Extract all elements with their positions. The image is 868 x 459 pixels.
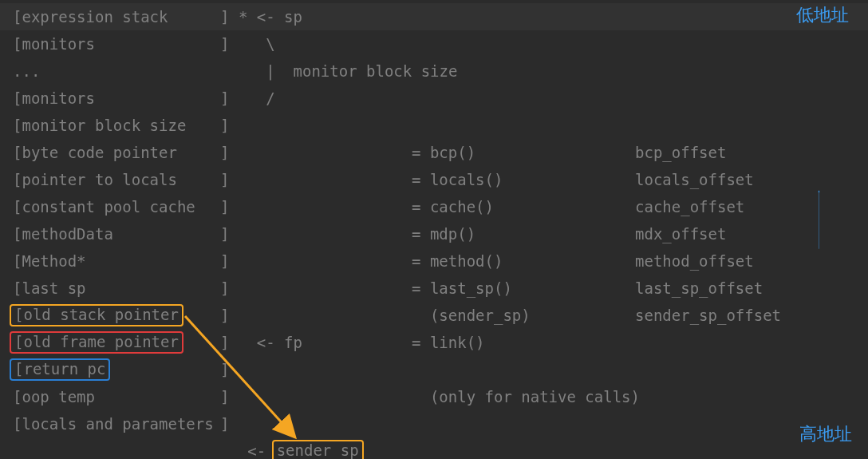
stack-row: [constant pool cache]= cache()cache_offs… [0,193,868,220]
stack-row: [locals and parameters] [0,410,868,437]
stack-bracket: ] [220,279,412,297]
stack-accessor: = last_sp() [412,279,635,297]
stack-offset: last_sp_offset [635,279,868,297]
sender-sp-line: <- sender_sp [0,437,868,459]
stack-row: [methodData]= mdp()mdx_offset [0,220,868,247]
stack-accessor: (sender_sp) [412,307,635,324]
stack-offset: method_offset [635,252,868,270]
stack-offset: locals_offset [635,171,868,188]
stack-row: [monitors] \ [0,30,868,57]
stack-field-name: [monitors [13,35,220,53]
stack-row: [old stack pointer] (sender_sp)sender_sp… [0,302,868,329]
stack-row: [expression stack] * <- sp [0,3,868,30]
highlighted-field: [old stack pointer [10,304,183,326]
stack-bracket: ] [220,415,412,433]
stack-field-name: [pointer to locals [13,171,220,188]
stack-row: [monitor block size] [0,112,868,139]
stack-field-name: [old stack pointer [13,304,220,326]
stack-bracket: ] / [220,89,412,107]
stack-row: [monitors] / [0,85,868,112]
stack-frame-diagram: [expression stack] * <- sp[monitors] \..… [0,3,868,437]
highlighted-field: [old frame pointer [10,331,183,354]
stack-field-name: [constant pool cache [13,198,220,216]
stack-bracket: ] * <- sp [220,8,412,26]
sender-sp-box: sender_sp [272,440,364,459]
stack-bracket: ] <- fp [220,334,412,351]
stack-bracket: ] [220,225,412,243]
stack-field-name: [Method* [13,252,220,270]
stack-bracket: ] [220,361,412,378]
stack-row: [oop temp] (only for native calls) [0,383,868,410]
stack-bracket: ] [220,144,412,161]
stack-bracket: ] [220,307,412,324]
stack-field-name: [methodData [13,225,220,243]
stack-accessor: = cache() [412,198,635,216]
stack-field-name: [return pc [13,358,220,381]
stack-row: [Method*]= method()method_offset [0,247,868,275]
stack-accessor: = link() [412,334,635,351]
stack-offset: sender_sp_offset [635,307,868,324]
stack-offset: mdx_offset [635,225,868,243]
stack-field-name: [old frame pointer [13,331,220,354]
stack-accessor: = locals() [412,171,635,188]
address-direction-arrow [818,24,820,415]
stack-bracket: ] [220,198,412,216]
svg-marker-1 [818,190,819,192]
stack-row: [old frame pointer] <- fp= link() [0,329,868,356]
stack-field-name: [monitors [13,89,220,107]
stack-bracket: ] [220,117,412,134]
stack-field-name: [oop temp [13,388,220,406]
stack-bracket: ] [220,171,412,188]
stack-field-name: ... [13,62,220,80]
stack-field-name: [locals and parameters [13,415,220,433]
stack-field-name: [monitor block size [13,117,220,134]
highlighted-field: [return pc [10,358,110,381]
high-address-label: 高地址 [799,422,852,446]
stack-row: [pointer to locals]= locals()locals_offs… [0,166,868,193]
low-address-label: 低地址 [796,3,849,27]
stack-row: [return pc] [0,356,868,383]
stack-bracket: ] [220,388,412,406]
stack-row: [last sp]= last_sp()last_sp_offset [0,275,868,302]
stack-row: ... | monitor block size [0,57,868,85]
stack-accessor: = bcp() [412,144,635,161]
stack-accessor: = method() [412,252,635,270]
stack-field-name: [byte code pointer [13,144,220,161]
stack-accessor: = mdp() [412,225,635,243]
stack-accessor: (only for native calls) [412,388,635,406]
stack-offset: bcp_offset [635,144,868,161]
stack-field-name: [expression stack [13,8,220,26]
stack-bracket: ] \ [220,35,412,53]
stack-field-name: [last sp [13,279,220,297]
stack-bracket: ] [220,252,412,270]
stack-offset: cache_offset [635,198,868,216]
stack-row: [byte code pointer]= bcp()bcp_offset [0,139,868,166]
stack-bracket: | monitor block size [220,62,412,80]
